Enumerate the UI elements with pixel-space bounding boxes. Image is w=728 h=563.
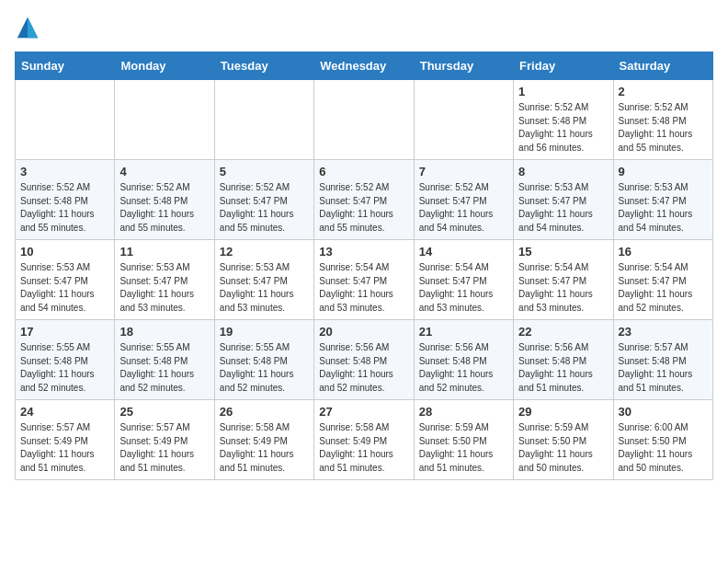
calendar-cell: 16Sunrise: 5:54 AM Sunset: 5:47 PM Dayli…	[613, 240, 712, 320]
calendar-week-row: 24Sunrise: 5:57 AM Sunset: 5:49 PM Dayli…	[16, 400, 713, 480]
day-number: 19	[220, 325, 309, 339]
day-info: Sunrise: 5:59 AM Sunset: 5:50 PM Dayligh…	[419, 421, 508, 475]
day-info: Sunrise: 5:52 AM Sunset: 5:48 PM Dayligh…	[119, 181, 209, 235]
calendar-cell: 17Sunrise: 5:55 AM Sunset: 5:48 PM Dayli…	[16, 320, 115, 400]
calendar-cell: 26Sunrise: 5:58 AM Sunset: 5:49 PM Dayli…	[214, 400, 313, 480]
day-number: 13	[319, 245, 408, 259]
day-info: Sunrise: 5:52 AM Sunset: 5:47 PM Dayligh…	[220, 181, 309, 235]
day-info: Sunrise: 5:54 AM Sunset: 5:47 PM Dayligh…	[319, 261, 408, 315]
calendar-cell	[414, 80, 513, 160]
day-number: 17	[20, 325, 109, 339]
day-number: 23	[619, 325, 708, 339]
weekday-header-sunday: Sunday	[16, 52, 115, 80]
weekday-header-row: SundayMondayTuesdayWednesdayThursdayFrid…	[16, 52, 713, 80]
calendar-table: SundayMondayTuesdayWednesdayThursdayFrid…	[15, 52, 713, 480]
day-number: 1	[518, 85, 608, 98]
day-info: Sunrise: 5:53 AM Sunset: 5:47 PM Dayligh…	[20, 261, 109, 315]
calendar-cell: 25Sunrise: 5:57 AM Sunset: 5:49 PM Dayli…	[115, 400, 214, 480]
day-info: Sunrise: 5:52 AM Sunset: 5:47 PM Dayligh…	[319, 181, 408, 235]
day-number: 21	[419, 325, 508, 339]
day-info: Sunrise: 5:52 AM Sunset: 5:47 PM Dayligh…	[419, 181, 508, 235]
day-number: 10	[20, 245, 109, 259]
day-number: 2	[619, 85, 708, 98]
day-number: 29	[518, 405, 608, 419]
day-number: 15	[518, 245, 608, 259]
weekday-header-wednesday: Wednesday	[314, 52, 414, 80]
calendar-cell: 30Sunrise: 6:00 AM Sunset: 5:50 PM Dayli…	[613, 400, 712, 480]
calendar-cell: 8Sunrise: 5:53 AM Sunset: 5:47 PM Daylig…	[514, 160, 613, 240]
calendar-cell: 29Sunrise: 5:59 AM Sunset: 5:50 PM Dayli…	[514, 400, 613, 480]
calendar-cell: 18Sunrise: 5:55 AM Sunset: 5:48 PM Dayli…	[115, 320, 214, 400]
calendar-cell: 12Sunrise: 5:53 AM Sunset: 5:47 PM Dayli…	[214, 240, 313, 320]
svg-marker-1	[28, 17, 38, 38]
calendar-cell: 9Sunrise: 5:53 AM Sunset: 5:47 PM Daylig…	[613, 160, 712, 240]
day-info: Sunrise: 5:53 AM Sunset: 5:47 PM Dayligh…	[518, 181, 608, 235]
calendar-cell: 1Sunrise: 5:52 AM Sunset: 5:48 PM Daylig…	[514, 80, 613, 160]
day-info: Sunrise: 5:57 AM Sunset: 5:49 PM Dayligh…	[119, 421, 209, 475]
day-number: 6	[319, 165, 408, 178]
day-info: Sunrise: 5:55 AM Sunset: 5:48 PM Dayligh…	[20, 341, 109, 395]
calendar-cell: 11Sunrise: 5:53 AM Sunset: 5:47 PM Dayli…	[115, 240, 214, 320]
calendar-cell: 21Sunrise: 5:56 AM Sunset: 5:48 PM Dayli…	[414, 320, 513, 400]
calendar-cell	[214, 80, 313, 160]
day-number: 24	[20, 405, 109, 419]
day-info: Sunrise: 5:54 AM Sunset: 5:47 PM Dayligh…	[518, 261, 608, 315]
day-number: 20	[319, 325, 408, 339]
calendar-cell: 14Sunrise: 5:54 AM Sunset: 5:47 PM Dayli…	[414, 240, 513, 320]
day-info: Sunrise: 5:57 AM Sunset: 5:49 PM Dayligh…	[20, 421, 109, 475]
day-number: 18	[119, 325, 209, 339]
weekday-header-thursday: Thursday	[414, 52, 513, 80]
calendar-cell	[115, 80, 214, 160]
day-info: Sunrise: 6:00 AM Sunset: 5:50 PM Dayligh…	[619, 421, 708, 475]
calendar-week-row: 10Sunrise: 5:53 AM Sunset: 5:47 PM Dayli…	[16, 240, 713, 320]
day-info: Sunrise: 5:59 AM Sunset: 5:50 PM Dayligh…	[518, 421, 608, 475]
day-info: Sunrise: 5:55 AM Sunset: 5:48 PM Dayligh…	[119, 341, 209, 395]
day-number: 7	[419, 165, 508, 178]
calendar-cell: 7Sunrise: 5:52 AM Sunset: 5:47 PM Daylig…	[414, 160, 513, 240]
day-number: 5	[220, 165, 309, 178]
logo	[15, 15, 44, 40]
day-number: 14	[419, 245, 508, 259]
day-number: 12	[220, 245, 309, 259]
day-info: Sunrise: 5:57 AM Sunset: 5:48 PM Dayligh…	[619, 341, 708, 395]
weekday-header-friday: Friday	[514, 52, 613, 80]
day-number: 11	[119, 245, 209, 259]
day-info: Sunrise: 5:56 AM Sunset: 5:48 PM Dayligh…	[319, 341, 408, 395]
weekday-header-saturday: Saturday	[613, 52, 712, 80]
day-info: Sunrise: 5:52 AM Sunset: 5:48 PM Dayligh…	[20, 181, 109, 235]
weekday-header-tuesday: Tuesday	[214, 52, 313, 80]
calendar-cell: 22Sunrise: 5:56 AM Sunset: 5:48 PM Dayli…	[514, 320, 613, 400]
day-info: Sunrise: 5:52 AM Sunset: 5:48 PM Dayligh…	[619, 101, 708, 155]
calendar-week-row: 1Sunrise: 5:52 AM Sunset: 5:48 PM Daylig…	[16, 80, 713, 160]
weekday-header-monday: Monday	[115, 52, 214, 80]
calendar-cell: 2Sunrise: 5:52 AM Sunset: 5:48 PM Daylig…	[613, 80, 712, 160]
day-number: 27	[319, 405, 408, 419]
logo-icon	[15, 15, 40, 40]
day-info: Sunrise: 5:56 AM Sunset: 5:48 PM Dayligh…	[518, 341, 608, 395]
page-header	[15, 15, 713, 40]
calendar-cell: 10Sunrise: 5:53 AM Sunset: 5:47 PM Dayli…	[16, 240, 115, 320]
calendar-cell: 6Sunrise: 5:52 AM Sunset: 5:47 PM Daylig…	[314, 160, 414, 240]
day-number: 16	[619, 245, 708, 259]
calendar-cell	[314, 80, 414, 160]
day-number: 22	[518, 325, 608, 339]
calendar-cell: 28Sunrise: 5:59 AM Sunset: 5:50 PM Dayli…	[414, 400, 513, 480]
day-info: Sunrise: 5:53 AM Sunset: 5:47 PM Dayligh…	[220, 261, 309, 315]
day-info: Sunrise: 5:53 AM Sunset: 5:47 PM Dayligh…	[119, 261, 209, 315]
calendar-cell: 4Sunrise: 5:52 AM Sunset: 5:48 PM Daylig…	[115, 160, 214, 240]
day-info: Sunrise: 5:55 AM Sunset: 5:48 PM Dayligh…	[220, 341, 309, 395]
day-info: Sunrise: 5:56 AM Sunset: 5:48 PM Dayligh…	[419, 341, 508, 395]
calendar-cell: 13Sunrise: 5:54 AM Sunset: 5:47 PM Dayli…	[314, 240, 414, 320]
calendar-cell: 24Sunrise: 5:57 AM Sunset: 5:49 PM Dayli…	[16, 400, 115, 480]
day-number: 25	[119, 405, 209, 419]
calendar-week-row: 3Sunrise: 5:52 AM Sunset: 5:48 PM Daylig…	[16, 160, 713, 240]
day-number: 4	[119, 165, 209, 178]
calendar-cell: 27Sunrise: 5:58 AM Sunset: 5:49 PM Dayli…	[314, 400, 414, 480]
calendar-cell: 23Sunrise: 5:57 AM Sunset: 5:48 PM Dayli…	[613, 320, 712, 400]
calendar-cell: 20Sunrise: 5:56 AM Sunset: 5:48 PM Dayli…	[314, 320, 414, 400]
day-info: Sunrise: 5:53 AM Sunset: 5:47 PM Dayligh…	[619, 181, 708, 235]
day-number: 26	[220, 405, 309, 419]
day-info: Sunrise: 5:52 AM Sunset: 5:48 PM Dayligh…	[518, 101, 608, 155]
day-number: 9	[619, 165, 708, 178]
day-number: 30	[619, 405, 708, 419]
